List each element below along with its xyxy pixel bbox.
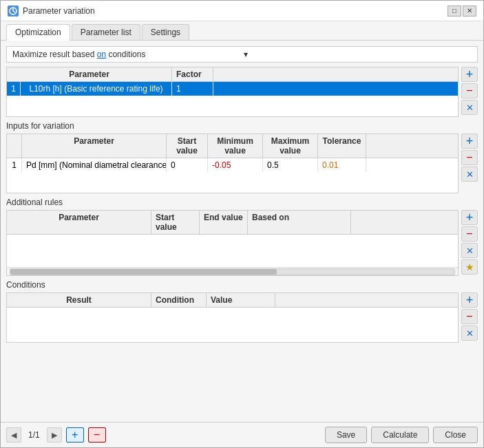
conditions-clear-button[interactable]: ✕ — [461, 326, 478, 341]
svg-line-2 — [13, 11, 15, 12]
inputs-table-header: Parameter Start value Minimum value Maxi… — [7, 134, 458, 158]
optimization-clear-button[interactable]: ✕ — [461, 100, 478, 115]
tab-optimization[interactable]: Optimization — [6, 24, 70, 41]
optimization-add-button[interactable]: + — [461, 67, 478, 82]
inputs-remove-button[interactable]: − — [461, 150, 478, 165]
rules-clear-button[interactable]: ✕ — [461, 243, 478, 258]
minimize-button[interactable]: □ — [448, 6, 461, 17]
save-button[interactable]: Save — [325, 427, 367, 443]
inputs-add-button[interactable]: + — [461, 134, 478, 149]
chevron-down-icon: ▾ — [244, 50, 472, 59]
bottom-add-button[interactable]: + — [66, 427, 84, 442]
page-indicator: 1/1 — [25, 430, 43, 440]
calculate-button[interactable]: Calculate — [371, 427, 429, 443]
conditions-table: Result Condition Value — [6, 292, 459, 343]
optimization-table-header: Parameter Factor — [7, 67, 458, 82]
inputs-body: Parameter Start value Minimum value Maxi… — [6, 134, 478, 193]
inputs-empty-row — [7, 172, 458, 193]
close-button[interactable]: Close — [433, 427, 478, 443]
rules-section: Additional rules Parameter Start value E… — [6, 198, 478, 276]
inputs-max-header: Maximum value — [263, 134, 318, 158]
inputs-side-buttons: + − ✕ — [461, 134, 478, 193]
inputs-param-header: Parameter — [22, 134, 167, 158]
inputs-table: Parameter Start value Minimum value Maxi… — [6, 134, 459, 193]
inputs-min-header: Minimum value — [208, 134, 263, 158]
rules-param-header: Parameter — [7, 211, 151, 234]
bottom-minus-button[interactable]: − — [88, 427, 106, 442]
optimization-empty-row — [7, 96, 458, 116]
rules-table-header: Parameter Start value End value Based on — [7, 211, 458, 235]
rules-section-label: Additional rules — [6, 198, 478, 207]
rules-end-header: End value — [200, 211, 248, 234]
rules-scrollbar-track[interactable] — [10, 268, 455, 275]
inputs-row-tol: 0.01 — [318, 158, 366, 172]
conditions-section-label: Conditions — [6, 280, 478, 290]
conditions-remove-button[interactable]: − — [461, 309, 478, 324]
conditions-cond-header: Condition — [151, 293, 207, 307]
window-icon — [8, 6, 19, 17]
bottom-bar: ◀ 1/1 ▶ + − Save Calculate Close — [1, 422, 483, 447]
inputs-row-param: Pd [mm] (Nominal diametral clearance) — [22, 158, 167, 172]
inputs-tol-header: Tolerance — [318, 134, 366, 158]
inputs-num-header — [7, 134, 22, 158]
page-current: 1 — [28, 430, 33, 440]
dropdown-maximize[interactable]: Maximize result based on conditions ▾ — [6, 46, 478, 63]
conditions-table-header: Result Condition Value — [7, 293, 458, 308]
inputs-clear-button[interactable]: ✕ — [461, 167, 478, 182]
optimization-row-param: L10rh [h] (Basic reference rating life) — [21, 82, 172, 96]
conditions-add-button[interactable]: + — [461, 292, 478, 308]
conditions-val-header: Value — [207, 293, 275, 307]
inputs-row-start: 0 — [167, 158, 208, 172]
conditions-section: Conditions Result Condition Value + − ✕ — [6, 280, 478, 343]
nav-next-button[interactable]: ▶ — [47, 427, 62, 442]
optimization-table: Parameter Factor 1 L10rh [h] (Basic refe… — [6, 67, 459, 117]
rules-empty-area — [7, 235, 458, 266]
conditions-body: Result Condition Value + − ✕ — [6, 292, 478, 343]
optimization-body: Parameter Factor 1 L10rh [h] (Basic refe… — [6, 67, 478, 117]
rules-scrollbar[interactable] — [7, 267, 458, 275]
dropdown-text: Maximize result based on conditions — [12, 50, 241, 59]
optimization-remove-button[interactable]: − — [461, 83, 478, 98]
rules-remove-button[interactable]: − — [461, 226, 478, 242]
optimization-row-num: 1 — [7, 82, 21, 96]
inputs-section-label: Inputs for variation — [6, 121, 478, 131]
conditions-result-header: Result — [7, 293, 151, 307]
rules-add-button[interactable]: + — [461, 210, 478, 225]
optimization-row-factor: 1 — [172, 82, 213, 96]
inputs-start-header: Start value — [167, 134, 208, 158]
optimization-factor-header: Factor — [172, 67, 213, 81]
main-window: Parameter variation □ ✕ Optimization Par… — [0, 0, 484, 448]
optimization-side-buttons: + − ✕ — [461, 67, 478, 117]
rules-body: Parameter Start value End value Based on… — [6, 210, 478, 276]
main-content: Maximize result based on conditions ▾ Pa… — [1, 41, 483, 422]
tab-parameter-list[interactable]: Parameter list — [72, 24, 140, 40]
inputs-section: Inputs for variation Parameter Start val… — [6, 121, 478, 193]
window-controls: □ ✕ — [448, 6, 476, 17]
rules-based-header: Based on — [248, 211, 351, 234]
conditions-side-buttons: + − ✕ — [461, 292, 478, 343]
inputs-row-num: 1 — [7, 158, 22, 172]
inputs-row-1[interactable]: 1 Pd [mm] (Nominal diametral clearance) … — [7, 158, 458, 172]
optimization-row-1[interactable]: 1 L10rh [h] (Basic reference rating life… — [7, 82, 458, 96]
rules-table: Parameter Start value End value Based on — [6, 210, 459, 276]
title-bar: Parameter variation □ ✕ — [1, 1, 483, 21]
optimization-section: Parameter Factor 1 L10rh [h] (Basic refe… — [6, 67, 478, 117]
close-button[interactable]: ✕ — [463, 6, 476, 17]
tab-settings[interactable]: Settings — [142, 24, 189, 40]
rules-start-header: Start value — [151, 211, 200, 234]
conditions-empty-area — [7, 308, 458, 342]
tab-bar: Optimization Parameter list Settings — [1, 21, 483, 41]
inputs-row-min: -0.05 — [208, 158, 263, 172]
rules-scrollbar-thumb[interactable] — [10, 269, 277, 275]
page-total: 1 — [35, 430, 40, 440]
inputs-row-max: 0.5 — [263, 158, 318, 172]
window-title: Parameter variation — [23, 6, 443, 16]
rules-side-buttons: + − ✕ ★ — [461, 210, 478, 276]
nav-prev-button[interactable]: ◀ — [6, 427, 21, 442]
optimization-param-header: Parameter — [7, 67, 172, 81]
rules-special-button[interactable]: ★ — [461, 259, 478, 275]
